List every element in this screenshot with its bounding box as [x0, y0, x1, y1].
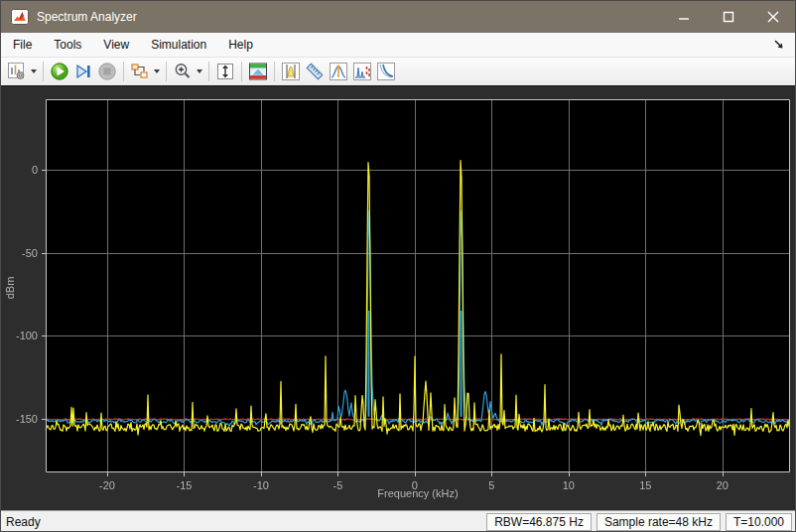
- status-time: T=10.000: [726, 513, 792, 531]
- ccdf-measurements-button[interactable]: [374, 60, 398, 83]
- toolbar-separator: [123, 62, 124, 81]
- zoom-in-button[interactable]: [171, 60, 195, 83]
- signal-statistics-icon: [305, 62, 325, 81]
- matlab-app-icon: [11, 9, 29, 25]
- toolbar-separator: [274, 62, 275, 81]
- menu-simulation[interactable]: Simulation: [141, 34, 216, 56]
- ccdf-measurements-icon: [376, 62, 396, 81]
- simulation-flow-icon: [130, 62, 150, 81]
- plot-region: Frequency (kHz) dBm -20-15-10-5051015200…: [1, 86, 795, 510]
- distortion-measurements-button[interactable]: [350, 60, 374, 83]
- toolbar-separator: [166, 62, 167, 81]
- menu-view[interactable]: View: [93, 34, 139, 56]
- signal-statistics-button[interactable]: [303, 60, 327, 83]
- run-icon: [50, 62, 69, 81]
- close-icon: [767, 11, 779, 23]
- minimize-button[interactable]: [661, 1, 706, 33]
- title-bar[interactable]: Spectrum Analyzer: [1, 1, 795, 33]
- menu-tools[interactable]: Tools: [44, 34, 91, 56]
- minimize-icon: [678, 11, 690, 23]
- step-forward-icon: [73, 62, 93, 81]
- zoom-in-dropdown[interactable]: [195, 60, 204, 83]
- fit-to-view-button[interactable]: [213, 60, 237, 83]
- maximize-icon: [723, 11, 734, 23]
- distortion-measurements-icon: [352, 62, 372, 81]
- spectrum-spectrogram-toggle-icon: [248, 62, 268, 81]
- dock-arrow-icon[interactable]: [771, 38, 787, 52]
- maximize-button[interactable]: [706, 1, 750, 33]
- status-bar: Ready RBW=46.875 Hz Sample rate=48 kHz T…: [1, 510, 795, 532]
- toolbar: [1, 58, 795, 86]
- spectrum-settings-button[interactable]: [5, 60, 29, 83]
- status-sample-rate: Sample rate=48 kHz: [597, 513, 721, 531]
- toolbar-separator: [208, 62, 209, 81]
- fit-to-view-icon: [215, 62, 235, 81]
- cursor-measurements-button[interactable]: [279, 60, 303, 83]
- peak-finder-icon: [329, 62, 348, 81]
- menu-file[interactable]: File: [3, 34, 42, 56]
- peak-finder-button[interactable]: [327, 60, 350, 83]
- spectrum-plot-canvas[interactable]: [1, 86, 796, 510]
- spectrum-settings-icon: [7, 62, 27, 81]
- zoom-in-icon: [173, 62, 193, 81]
- window-title: Spectrum Analyzer: [37, 10, 661, 24]
- status-rbw: RBW=46.875 Hz: [486, 513, 592, 531]
- menu-help[interactable]: Help: [218, 34, 263, 56]
- spectrum-settings-dropdown[interactable]: [29, 60, 39, 83]
- menu-bar: File Tools View Simulation Help: [1, 33, 795, 58]
- toolbar-separator: [241, 62, 242, 81]
- close-button[interactable]: [750, 1, 795, 33]
- spectrum-analyzer-window: Spectrum Analyzer File Tools View Simula…: [0, 0, 796, 532]
- step-forward-button[interactable]: [71, 60, 95, 83]
- run-button[interactable]: [48, 60, 71, 83]
- stop-icon: [97, 62, 117, 81]
- cursor-measurements-icon: [281, 62, 301, 81]
- stop-button[interactable]: [95, 60, 119, 83]
- toolbar-separator: [43, 62, 44, 81]
- simulation-flow-dropdown[interactable]: [152, 60, 162, 83]
- status-ready: Ready: [6, 515, 481, 529]
- simulation-flow-button[interactable]: [128, 60, 152, 83]
- spectrum-spectrogram-toggle-button[interactable]: [246, 60, 270, 83]
